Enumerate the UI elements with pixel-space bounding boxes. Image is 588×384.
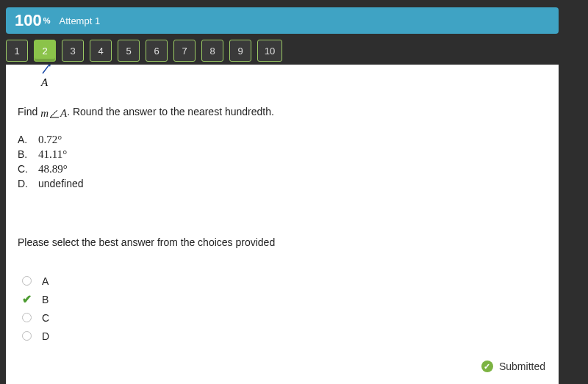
- choice-row: C.48.89°: [18, 163, 84, 178]
- choice-key: C.: [18, 163, 38, 175]
- answer-option-c[interactable]: C: [22, 308, 49, 327]
- choice-value: 48.89°: [38, 163, 68, 175]
- app-root: 100 % Attempt 1 12345678910 A Find mA. R…: [0, 0, 588, 384]
- expr-m: m: [40, 107, 49, 120]
- status-bar: ✓ Submitted: [481, 361, 545, 372]
- vertex-label-A: A: [41, 76, 48, 89]
- question-text: Find mA. Round the answer to the nearest…: [18, 106, 274, 120]
- answer-label: D: [42, 330, 49, 342]
- nav-question-10[interactable]: 10: [257, 40, 282, 62]
- expr-A: A: [60, 107, 67, 120]
- choice-row: B.41.11°: [18, 148, 84, 163]
- radio-icon: [22, 313, 32, 322]
- percent-sign: %: [43, 16, 51, 25]
- nav-question-4[interactable]: 4: [90, 40, 112, 62]
- nav-question-7[interactable]: 7: [173, 40, 196, 62]
- choice-value: undefined: [38, 178, 84, 189]
- nav-question-9[interactable]: 9: [229, 40, 251, 62]
- checkmark-icon: ✔: [22, 292, 32, 306]
- angle-diagram: [41, 65, 56, 75]
- choice-key: B.: [18, 148, 38, 160]
- question-nav: 12345678910: [6, 40, 282, 63]
- check-circle-icon: ✓: [481, 361, 493, 372]
- answer-options: A✔BCD: [22, 272, 49, 345]
- answer-option-d[interactable]: D: [22, 327, 49, 345]
- choice-list: A.0.72°B.41.11°C.48.89°D.undefined: [18, 134, 84, 192]
- nav-question-6[interactable]: 6: [146, 40, 168, 62]
- answer-option-b[interactable]: ✔B: [22, 290, 49, 308]
- score-value: 100: [15, 11, 42, 30]
- choice-value: 41.11°: [38, 148, 67, 161]
- question-suffix: . Round the answer to the nearest hundre…: [67, 106, 274, 117]
- nav-question-2[interactable]: 2: [34, 40, 56, 62]
- answer-label: C: [42, 312, 49, 324]
- select-prompt: Please select the best answer from the c…: [18, 236, 275, 248]
- radio-icon: [22, 331, 32, 341]
- radio-icon: [22, 276, 32, 286]
- choice-row: D.undefined: [18, 178, 84, 192]
- nav-question-5[interactable]: 5: [118, 40, 140, 62]
- status-label: Submitted: [499, 361, 545, 372]
- answer-option-a[interactable]: A: [22, 272, 49, 290]
- choice-value: 0.72°: [38, 134, 62, 146]
- attempt-label: Attempt 1: [60, 15, 101, 26]
- nav-question-8[interactable]: 8: [201, 40, 223, 62]
- choice-key: A.: [18, 134, 38, 145]
- answer-label: A: [42, 275, 49, 287]
- angle-icon: [49, 109, 60, 118]
- content-panel: A Find mA. Round the answer to the neare…: [6, 65, 559, 384]
- nav-question-3[interactable]: 3: [62, 40, 84, 62]
- choice-row: A.0.72°: [18, 134, 84, 148]
- question-prefix: Find: [18, 106, 40, 117]
- answer-label: B: [42, 294, 49, 305]
- nav-question-1[interactable]: 1: [6, 40, 28, 62]
- choice-key: D.: [18, 178, 38, 189]
- header-bar: 100 % Attempt 1: [6, 7, 559, 34]
- angle-expression: mA: [40, 107, 67, 120]
